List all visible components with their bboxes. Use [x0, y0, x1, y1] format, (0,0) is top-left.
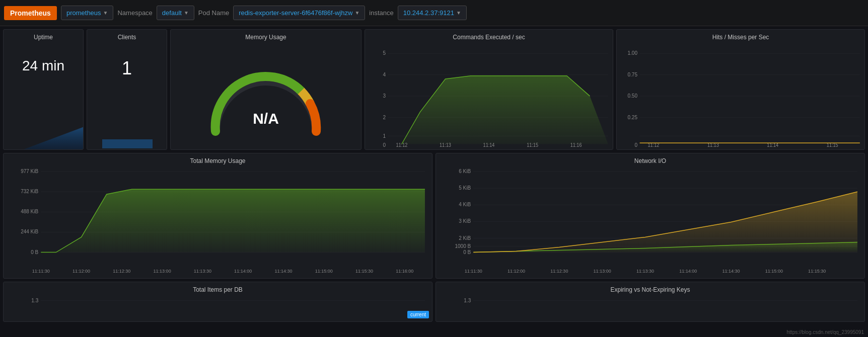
- svg-text:11:13:30: 11:13:30: [636, 269, 654, 274]
- svg-text:0: 0: [634, 141, 637, 148]
- row3: Total Items per DB 1.3 current Expiring …: [3, 282, 865, 322]
- svg-text:3 KiB: 3 KiB: [459, 218, 471, 224]
- pod-name-dropdown[interactable]: redis-exporter-server-6f6476f86f-wjhzw ▼: [233, 6, 365, 20]
- svg-text:11:11:30: 11:11:30: [465, 269, 482, 274]
- commands-title: Commands Executed / sec: [365, 30, 613, 43]
- clients-sparkline: [87, 134, 167, 149]
- svg-rect-1: [102, 139, 153, 148]
- pod-arrow: ▼: [354, 10, 359, 16]
- svg-text:11:15:30: 11:15:30: [808, 269, 826, 274]
- svg-text:0.75: 0.75: [628, 71, 637, 77]
- row2: Total Memory Usage 977 KiB 732 KiB 488 K…: [3, 153, 865, 279]
- uptime-title: Uptime: [4, 30, 83, 43]
- clients-title: Clients: [87, 30, 167, 43]
- topbar: Prometheus prometheus ▼ Namespace defaul…: [0, 0, 868, 26]
- gauge-container: N/A: [171, 43, 361, 149]
- svg-marker-55: [41, 189, 425, 252]
- dashboard: Uptime 24 min: [0, 26, 868, 325]
- network-io-panel: Network I/O 6 KiB 5 KiB 4 KiB 3 KiB: [436, 153, 865, 279]
- svg-text:11:14:30: 11:14:30: [722, 269, 740, 274]
- total-items-content: 1.3 current: [4, 295, 432, 321]
- memory-gauge-title: Memory Usage: [171, 30, 361, 43]
- total-items-title: Total Items per DB: [4, 282, 432, 295]
- instance-arrow: ▼: [456, 10, 461, 16]
- svg-text:11:13:30: 11:13:30: [194, 269, 211, 274]
- uptime-sparkline: [4, 124, 84, 149]
- uptime-content: 24 min: [4, 43, 83, 149]
- svg-text:11:12:00: 11:12:00: [508, 269, 525, 274]
- expiring-keys-chart: 1.3: [438, 295, 862, 321]
- network-io-chart: 6 KiB 5 KiB 4 KiB 3 KiB 2 KiB 1000 B 0 B…: [438, 166, 862, 278]
- clients-content: 1: [87, 43, 167, 149]
- hits-misses-title: Hits / Misses per Sec: [617, 30, 864, 43]
- instance-dropdown[interactable]: 10.244.2.37:9121 ▼: [398, 6, 467, 20]
- clients-panel: Clients 1: [87, 29, 167, 150]
- svg-marker-19: [402, 76, 608, 144]
- svg-text:1.00: 1.00: [628, 50, 637, 56]
- datasource-arrow: ▼: [103, 10, 108, 16]
- total-memory-chart: 977 KiB 732 KiB 488 KiB 244 KiB 0 B 11:1…: [6, 166, 430, 278]
- network-io-legend: input output: [436, 278, 864, 279]
- svg-text:244 KiB: 244 KiB: [21, 229, 38, 234]
- svg-text:6 KiB: 6 KiB: [459, 168, 471, 174]
- svg-text:11:14:30: 11:14:30: [274, 269, 292, 274]
- total-items-panel: Total Items per DB 1.3 current: [3, 282, 432, 322]
- namespace-value: default: [162, 9, 182, 17]
- network-io-title: Network I/O: [436, 153, 864, 166]
- svg-text:11:13:00: 11:13:00: [154, 269, 171, 274]
- row1: Uptime 24 min: [3, 29, 865, 150]
- instance-value: 10.244.2.37:9121: [403, 9, 454, 17]
- hits-misses-content: 1.00 0.75 0.50 0.25 0 11:12 11:13 11:14 …: [617, 43, 864, 149]
- total-items-chart: 1.3: [6, 295, 430, 321]
- memory-gauge-panel: Memory Usage N/A: [170, 29, 361, 150]
- svg-text:11:13:00: 11:13:00: [594, 269, 611, 274]
- svg-text:11:15:00: 11:15:00: [315, 269, 333, 274]
- pod-name-label: Pod Name: [198, 9, 229, 17]
- svg-text:11:12:30: 11:12:30: [113, 269, 130, 274]
- svg-text:11:15:30: 11:15:30: [355, 269, 373, 274]
- svg-text:1: 1: [383, 132, 386, 139]
- svg-text:11:12:30: 11:12:30: [550, 269, 568, 274]
- uptime-value: 24 min: [22, 58, 64, 74]
- hits-misses-panel: Hits / Misses per Sec 1.00 0.75 0.50 0.2…: [616, 29, 865, 150]
- pod-name-value: redis-exporter-server-6f6476f86f-wjhzw: [239, 9, 352, 17]
- uptime-panel: Uptime 24 min: [3, 29, 84, 150]
- namespace-dropdown[interactable]: default ▼: [157, 6, 194, 20]
- hits-misses-chart: 1.00 0.75 0.50 0.25 0 11:12 11:13 11:14 …: [617, 43, 864, 149]
- svg-text:11:11:30: 11:11:30: [32, 269, 50, 274]
- svg-text:732 KiB: 732 KiB: [21, 189, 38, 194]
- current-badge: current: [407, 311, 429, 318]
- network-io-content: 6 KiB 5 KiB 4 KiB 3 KiB 2 KiB 1000 B 0 B…: [436, 166, 864, 278]
- watermark: https://blog.csdn.net/qq_23995091: [787, 329, 864, 335]
- total-memory-title: Total Memory Usage: [4, 153, 432, 166]
- svg-text:977 KiB: 977 KiB: [21, 168, 38, 174]
- svg-text:0.50: 0.50: [628, 92, 637, 99]
- svg-text:11:15:00: 11:15:00: [765, 269, 783, 274]
- svg-marker-80: [473, 192, 857, 252]
- svg-text:5 KiB: 5 KiB: [459, 185, 471, 191]
- gauge-svg: N/A: [195, 51, 336, 141]
- svg-text:11:16:00: 11:16:00: [396, 269, 413, 274]
- svg-text:2: 2: [383, 114, 386, 120]
- expiring-keys-content: 1.3: [436, 295, 864, 321]
- brand-button[interactable]: Prometheus: [4, 6, 57, 20]
- namespace-label: Namespace: [117, 9, 152, 17]
- svg-text:2 KiB: 2 KiB: [459, 235, 471, 241]
- svg-text:4 KiB: 4 KiB: [459, 202, 471, 207]
- svg-text:0 B: 0 B: [31, 249, 38, 255]
- memory-gauge-content: N/A: [171, 43, 361, 149]
- commands-chart: 5 4 3 2 1 0 11:12 11:13 11:14 11:15 11:1…: [365, 43, 613, 149]
- svg-text:0.25: 0.25: [628, 114, 637, 120]
- total-memory-content: 977 KiB 732 KiB 488 KiB 244 KiB 0 B 11:1…: [4, 166, 432, 278]
- svg-text:1000 B: 1000 B: [455, 243, 471, 249]
- total-memory-legend: used max: [4, 278, 432, 279]
- svg-text:0 B: 0 B: [463, 249, 471, 255]
- svg-text:4: 4: [383, 71, 386, 77]
- datasource-dropdown[interactable]: prometheus ▼: [61, 6, 114, 20]
- expiring-keys-title: Expiring vs Not-Expiring Keys: [436, 282, 864, 295]
- svg-text:488 KiB: 488 KiB: [21, 209, 38, 214]
- svg-text:N/A: N/A: [253, 110, 279, 127]
- svg-text:11:12:00: 11:12:00: [73, 269, 90, 274]
- clients-value: 1: [122, 58, 132, 79]
- namespace-arrow: ▼: [184, 10, 189, 16]
